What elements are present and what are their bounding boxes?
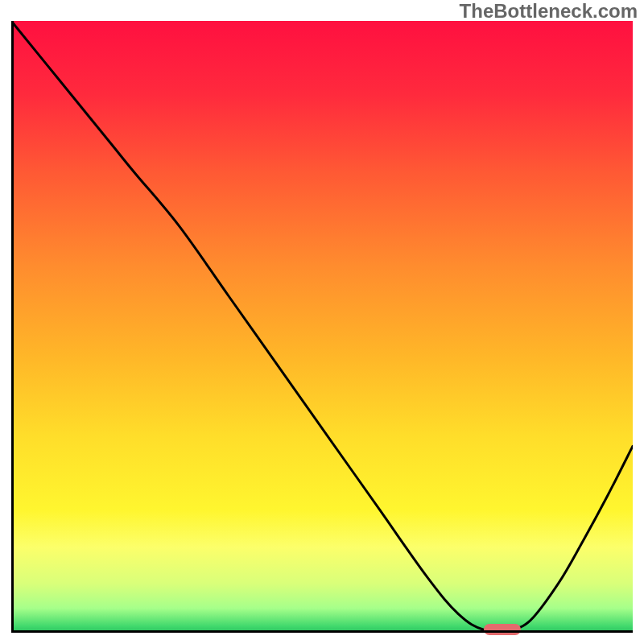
watermark-text: TheBottleneck.com (460, 0, 638, 23)
axes (11, 21, 633, 633)
plot-area (11, 21, 633, 633)
chart-card: TheBottleneck.com (0, 0, 644, 644)
